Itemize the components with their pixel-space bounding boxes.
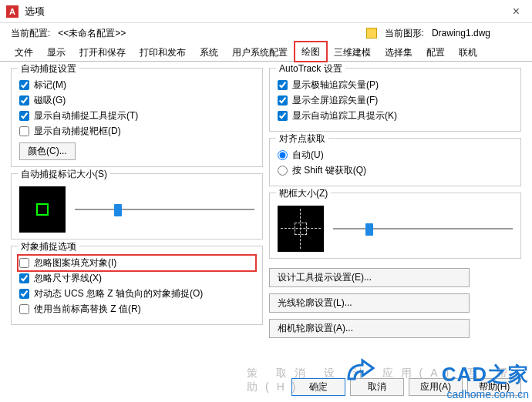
checkbox-option[interactable]: 显示自动捕捉靶框(D) — [19, 125, 254, 138]
tab-6[interactable]: 绘图 — [295, 42, 327, 62]
checkbox-label: 忽略图案填充对象(I) — [34, 256, 116, 270]
tab-9[interactable]: 配置 — [419, 42, 452, 62]
tab-8[interactable]: 选择集 — [378, 42, 419, 62]
group-autosnap-settings: 自动捕捉设置 标记(M)磁吸(G)显示自动捕捉工具提示(T)显示自动捕捉靶框(D… — [11, 68, 263, 167]
tab-0[interactable]: 文件 — [8, 42, 40, 62]
radio[interactable] — [278, 166, 288, 176]
right-column: AutoTrack 设置 显示极轴追踪矢量(P)显示全屏追踪矢量(F)显示自动追… — [269, 68, 521, 338]
legend: AutoTrack 设置 — [276, 62, 345, 75]
checkbox[interactable] — [19, 111, 29, 121]
tab-10[interactable]: 联机 — [452, 42, 484, 62]
checkbox-label: 对动态 UCS 忽略 Z 轴负向的对象捕捉(O) — [34, 287, 203, 300]
group-aperture-size: 靶框大小(Z) — [269, 193, 521, 259]
checkbox-option[interactable]: 忽略图案填充对象(I) — [19, 256, 254, 270]
checkbox[interactable] — [19, 258, 29, 268]
checkbox-option[interactable]: 显示自动追踪工具提示(K) — [278, 109, 513, 122]
left-column: 自动捕捉设置 标记(M)磁吸(G)显示自动捕捉工具提示(T)显示自动捕捉靶框(D… — [11, 68, 263, 338]
group-marker-size: 自动捕捉标记大小(S) — [11, 173, 263, 240]
checkbox[interactable] — [19, 80, 29, 90]
checkbox[interactable] — [19, 304, 29, 314]
tab-5[interactable]: 用户系统配置 — [225, 42, 295, 62]
legend: 对齐点获取 — [276, 132, 328, 146]
group-alignment-point: 对齐点获取 自动(U)按 Shift 键获取(Q) — [269, 138, 521, 186]
group-osnap-options: 对象捕捉选项 忽略图案填充对象(I)忽略尺寸界线(X)对动态 UCS 忽略 Z … — [11, 246, 263, 325]
settings-button[interactable]: 光线轮廓设置(L)... — [269, 293, 470, 313]
marker-preview — [19, 186, 66, 233]
color-button[interactable]: 颜色(C)... — [19, 142, 76, 160]
close-icon[interactable]: × — [507, 2, 526, 22]
app-icon: A — [6, 5, 19, 18]
window-title: 选项 — [25, 5, 45, 18]
titlebar: A 选项 × — [0, 0, 532, 23]
checkbox-option[interactable]: 标记(M) — [19, 79, 254, 92]
checkbox-label: 显示自动追踪工具提示(K) — [292, 109, 397, 122]
checkbox[interactable] — [19, 126, 29, 136]
current-profile-value: <<未命名配置>> — [58, 27, 126, 40]
profile-row: 当前配置: <<未命名配置>> 当前图形: Drawing1.dwg — [0, 23, 532, 43]
current-drawing-label: 当前图形: — [385, 27, 424, 40]
tab-strip: 文件显示打开和保存打印和发布系统用户系统配置绘图三维建模选择集配置联机 — [0, 43, 532, 62]
checkbox-label: 使用当前标高替换 Z 值(R) — [34, 303, 141, 316]
checkbox-label: 显示全屏追踪矢量(F) — [292, 94, 378, 107]
checkbox[interactable] — [278, 95, 288, 106]
current-profile-label: 当前配置: — [11, 27, 50, 40]
marker-size-slider[interactable] — [75, 202, 254, 217]
checkbox-label: 磁吸(G) — [34, 94, 66, 107]
legend: 对象捕捉选项 — [18, 240, 79, 253]
current-drawing-value: Drawing1.dwg — [432, 28, 490, 39]
radio-label: 自动(U) — [292, 149, 324, 162]
tab-7[interactable]: 三维建模 — [327, 42, 378, 62]
tab-1[interactable]: 显示 — [40, 42, 72, 62]
radio-option[interactable]: 按 Shift 键获取(Q) — [278, 164, 513, 177]
checkbox[interactable] — [19, 273, 29, 283]
checkbox-option[interactable]: 磁吸(G) — [19, 94, 254, 107]
checkbox-option[interactable]: 忽略尺寸界线(X) — [19, 272, 254, 285]
legend: 靶框大小(Z) — [276, 187, 331, 200]
watermark-ghost: 策 取消 设 计 应用(A) 互 帮助(H) 体 — [247, 367, 532, 394]
checkbox[interactable] — [19, 95, 29, 106]
legend: 自动捕捉标记大小(S) — [18, 168, 110, 181]
aperture-preview — [278, 206, 324, 252]
checkbox[interactable] — [278, 80, 288, 90]
content: 自动捕捉设置 标记(M)磁吸(G)显示自动捕捉工具提示(T)显示自动捕捉靶框(D… — [0, 62, 532, 338]
checkbox-label: 显示自动捕捉靶框(D) — [34, 125, 121, 138]
radio[interactable] — [278, 150, 288, 160]
checkbox-label: 显示自动捕捉工具提示(T) — [34, 109, 138, 122]
checkbox-option[interactable]: 显示全屏追踪矢量(F) — [278, 94, 513, 107]
checkbox-option[interactable]: 使用当前标高替换 Z 值(R) — [19, 303, 254, 316]
group-autotrack: AutoTrack 设置 显示极轴追踪矢量(P)显示全屏追踪矢量(F)显示自动追… — [269, 68, 521, 132]
checkbox-option[interactable]: 对动态 UCS 忽略 Z 轴负向的对象捕捉(O) — [19, 287, 254, 300]
radio-option[interactable]: 自动(U) — [278, 149, 513, 162]
checkbox-option[interactable]: 显示自动捕捉工具提示(T) — [19, 109, 254, 122]
checkbox[interactable] — [19, 289, 29, 299]
legend: 自动捕捉设置 — [18, 62, 79, 75]
checkbox-label: 显示极轴追踪矢量(P) — [292, 79, 379, 92]
drawing-icon — [366, 28, 377, 39]
tab-3[interactable]: 打印和发布 — [133, 42, 193, 62]
checkbox-label: 忽略尺寸界线(X) — [34, 272, 102, 285]
radio-label: 按 Shift 键获取(Q) — [292, 164, 366, 177]
tab-4[interactable]: 系统 — [193, 42, 225, 62]
checkbox-option[interactable]: 显示极轴追踪矢量(P) — [278, 79, 513, 92]
aperture-size-slider[interactable] — [333, 221, 513, 236]
tab-2[interactable]: 打开和保存 — [72, 42, 133, 62]
settings-button[interactable]: 设计工具提示设置(E)... — [269, 268, 470, 287]
settings-button[interactable]: 相机轮廓设置(A)... — [269, 319, 470, 338]
checkbox[interactable] — [278, 111, 288, 121]
checkbox-label: 标记(M) — [34, 79, 66, 92]
